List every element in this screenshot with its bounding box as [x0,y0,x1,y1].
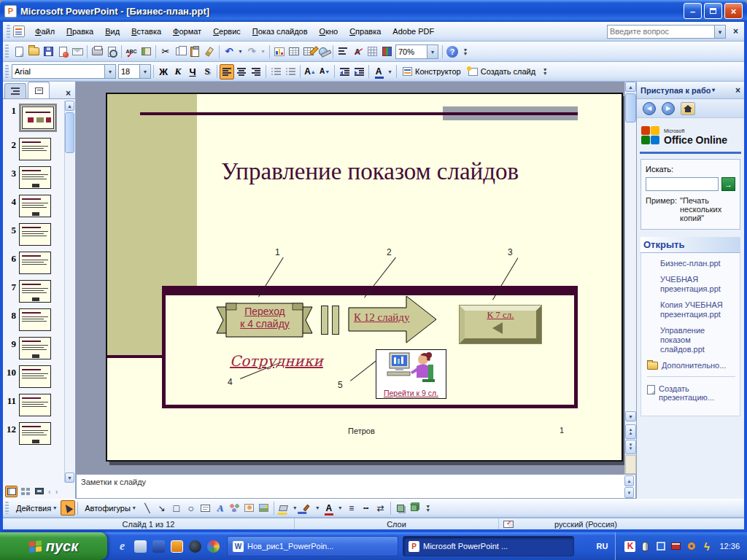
slide-title[interactable]: Управление показом слайдов [187,158,552,185]
next-slide-button[interactable]: ▼▼ [625,440,636,454]
scroll-left-icon[interactable]: ‹ [47,487,53,496]
previous-slide-button[interactable]: ▲▲ [625,424,636,439]
menu-slideshow[interactable]: Показ слайдов [247,24,314,39]
action-button[interactable]: К 7 сл. [460,306,541,343]
title-bar[interactable]: P Microsoft PowerPoint - [Бизнес-план.pp… [0,0,747,22]
slideshow-view-icon[interactable] [33,486,45,497]
scrollbar-thumb[interactable] [65,112,74,153]
font-name-dropdown-icon[interactable]: ▾ [105,64,116,79]
recent-file-link-4[interactable]: Управление показом слайдов.ppt [660,326,737,354]
numbering-icon[interactable] [268,64,283,79]
restore-button[interactable] [704,3,722,19]
align-right-icon[interactable] [249,64,263,79]
slide-thumbnail-2[interactable]: 2 [3,138,65,160]
spelling-icon[interactable]: ABC [124,44,139,59]
line-color-icon[interactable] [299,500,314,516]
arrow-icon[interactable]: ↘ [155,500,169,516]
font-size-dropdown-icon[interactable]: ▾ [140,64,151,79]
slide-thumbnail-8[interactable]: 8 [3,308,65,331]
arrow-style-icon[interactable]: ⇄ [374,500,388,516]
media-player-icon[interactable] [152,540,165,553]
decrease-font-icon[interactable]: А▼ [317,64,332,79]
rectangle-icon[interactable]: □ [169,500,184,516]
copy-icon[interactable] [173,44,187,59]
menu-insert[interactable]: Вставка [125,24,167,39]
menu-view[interactable]: Вид [99,24,125,39]
design-button[interactable]: Конструктор [399,63,465,79]
wordart-icon[interactable]: А [213,500,228,516]
equals-bar-1[interactable] [321,306,328,335]
dash-style-icon[interactable]: ╍ [359,500,374,516]
scroll-down-icon[interactable]: ▼ [65,472,74,483]
normal-view-icon[interactable] [5,486,18,497]
home-icon[interactable] [681,102,695,115]
undo-icon[interactable]: ↶ [222,44,236,59]
toolbar-grip[interactable] [5,44,9,58]
bold-button[interactable]: Ж [156,64,171,79]
menu-format[interactable]: Формат [167,24,207,39]
dictionary-icon[interactable] [670,541,681,552]
open-icon[interactable] [26,44,41,59]
employees-link[interactable]: Сотрудники [230,352,323,370]
font-name-combo[interactable]: Arial [12,64,105,79]
shadow-style-icon[interactable] [393,500,408,516]
search-input[interactable] [646,177,719,191]
underline-button[interactable]: Ч [185,64,200,79]
zoom-combo[interactable]: 70% ▾ [395,44,438,59]
thumbnails-scrollbar[interactable]: ▲ ▼ [64,101,74,483]
slide-thumbnail-4[interactable]: 4 [3,195,65,217]
question-dropdown-icon[interactable]: ▾ [715,25,726,39]
winamp-icon[interactable] [189,540,201,553]
insert-picture-icon[interactable] [257,500,271,516]
draw-font-color-icon[interactable]: А [322,500,336,516]
grid-icon[interactable] [365,44,379,59]
print-preview-icon[interactable] [104,44,119,59]
forward-icon[interactable]: ▶ [662,102,675,115]
close-button[interactable]: × [724,3,743,19]
slide-footer[interactable]: Петров [348,427,375,435]
toolbar-options-icon[interactable]: ▼▼ [424,505,433,512]
recent-file-link-2[interactable]: УЧЕБНАЯ презентация.ppt [660,275,737,294]
redo-icon[interactable]: ↷ [244,44,259,59]
color-grayscale-icon[interactable] [379,44,394,59]
zoom-value[interactable]: 70% [395,44,427,59]
language-indicator[interactable]: RU [597,542,608,551]
scroll-up-icon[interactable]: ▲ [65,101,74,111]
recent-file-link-3[interactable]: Копия УЧЕБНАЯ презентация.ppt [660,300,737,319]
zoom-dropdown-icon[interactable]: ▾ [427,44,438,59]
menu-adobe-pdf[interactable]: Adobe PDF [387,24,440,39]
slide-thumbnail-9[interactable]: 9 [3,337,65,359]
slide-thumbnail-1[interactable]: 1 [3,104,65,132]
start-button[interactable]: пуск [0,532,107,560]
slide-canvas[interactable]: Управление показом слайдов 1 2 3 4 5 [106,93,623,462]
print-icon[interactable] [90,44,104,59]
search-go-icon[interactable]: → [721,177,735,191]
email-icon[interactable] [70,44,85,59]
font-color-icon[interactable]: А [371,64,386,79]
action-button-link[interactable]: К 7 сл. [465,309,536,321]
slide-sorter-view-icon[interactable] [19,486,31,497]
expand-all-icon[interactable] [336,44,350,59]
kaspersky-icon[interactable]: K [624,541,635,552]
menu-file[interactable]: Файл [29,24,61,39]
menu-window[interactable]: Окно [314,24,344,39]
undo-dropdown-icon[interactable]: ▾ [236,44,244,59]
show-formatting-icon[interactable]: А [350,44,365,59]
scroll-up-icon[interactable]: ▲ [624,475,634,486]
tab-slides[interactable] [28,82,50,98]
new-icon[interactable] [12,44,26,59]
draw-menu-button[interactable]: Действия▾ [12,500,61,516]
toolbar-options-icon[interactable]: ▼▼ [461,48,470,55]
minimize-button[interactable]: – [684,3,702,19]
power-icon[interactable]: ϟ [701,541,712,552]
icq-icon[interactable] [171,540,183,553]
text-shadow-button[interactable]: S [200,64,214,79]
decrease-indent-icon[interactable] [337,64,352,79]
internet-explorer-icon[interactable]: e [116,540,128,553]
font-size-combo[interactable]: 18 [118,64,140,79]
create-presentation-link[interactable]: Создать презентацию... [647,384,737,402]
line-color-dropdown-icon[interactable]: ▾ [314,500,322,516]
scroll-up-icon[interactable]: ▲ [625,82,636,92]
align-left-icon[interactable] [220,64,234,79]
bullets-icon[interactable] [283,64,298,79]
